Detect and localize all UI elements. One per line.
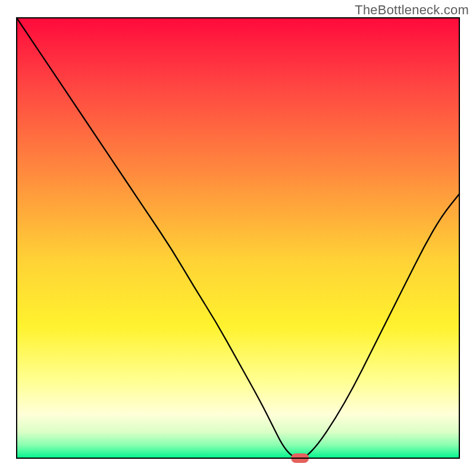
chart-container: TheBottleneck.com bbox=[0, 0, 476, 476]
bottleneck-chart bbox=[0, 0, 476, 476]
plot-background bbox=[17, 18, 459, 458]
watermark-text: TheBottleneck.com bbox=[355, 2, 469, 18]
